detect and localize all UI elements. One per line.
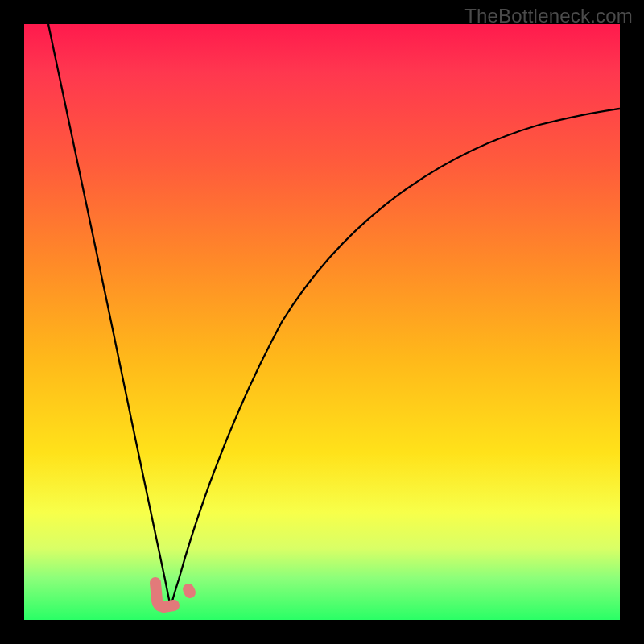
right-branch xyxy=(171,109,620,607)
chart-frame xyxy=(24,24,620,620)
optimum-marker xyxy=(155,583,190,607)
bottleneck-curve xyxy=(24,24,620,620)
left-branch xyxy=(48,24,171,607)
watermark-text: TheBottleneck.com xyxy=(464,5,633,27)
